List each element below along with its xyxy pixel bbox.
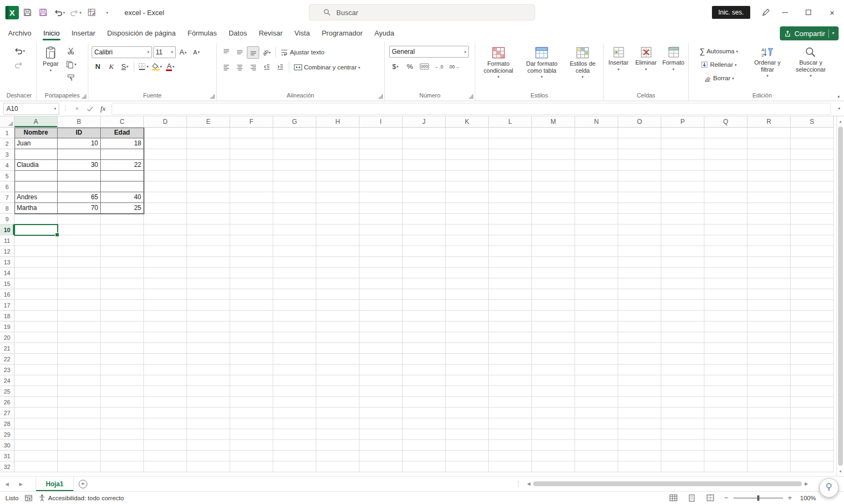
cell-P8[interactable] — [661, 203, 704, 214]
cell-I15[interactable] — [359, 278, 403, 289]
cell-K29[interactable] — [446, 429, 489, 440]
cell-L26[interactable] — [489, 397, 532, 408]
cell-H25[interactable] — [316, 386, 359, 397]
tab-revisar[interactable]: Revisar — [253, 26, 288, 42]
cell-C31[interactable] — [101, 451, 144, 461]
cell-L11[interactable] — [489, 235, 532, 246]
cell-R28[interactable] — [748, 418, 791, 429]
cell-H26[interactable] — [316, 397, 359, 408]
cell-I22[interactable] — [359, 354, 403, 365]
italic-button[interactable]: K — [105, 60, 117, 73]
cell-A28[interactable] — [15, 418, 58, 429]
row-header-22[interactable]: 22 — [0, 354, 15, 365]
cell-R20[interactable] — [748, 332, 791, 343]
cell-S3[interactable] — [791, 149, 834, 160]
excel-logo-icon[interactable]: X — [5, 6, 19, 19]
cell-J23[interactable] — [403, 365, 446, 375]
ribbon-undo-button[interactable]: ▾ — [12, 45, 26, 57]
zoom-in-button[interactable]: + — [786, 494, 794, 502]
cell-C13[interactable] — [101, 257, 144, 268]
borders-button[interactable]: ▾ — [137, 60, 150, 73]
underline-button[interactable]: S▾ — [119, 60, 131, 73]
cell-C11[interactable] — [101, 235, 144, 246]
cell-E22[interactable] — [187, 354, 230, 365]
cell-F6[interactable] — [230, 181, 273, 192]
cell-B10[interactable] — [58, 225, 101, 235]
collapse-ribbon-button[interactable]: ▴ — [838, 94, 840, 99]
cell-S21[interactable] — [791, 343, 834, 354]
cell-H27[interactable] — [316, 408, 359, 418]
cell-K25[interactable] — [446, 386, 489, 397]
cell-O5[interactable] — [618, 171, 661, 181]
cell-Q13[interactable] — [704, 257, 748, 268]
cell-B7[interactable]: 65 — [58, 192, 101, 203]
cell-P27[interactable] — [661, 408, 704, 418]
cell-M23[interactable] — [532, 365, 575, 375]
cell-O17[interactable] — [618, 300, 661, 311]
cell-G8[interactable] — [273, 203, 316, 214]
row-header-8[interactable]: 8 — [0, 203, 15, 214]
cell-E10[interactable] — [187, 225, 230, 235]
cell-H31[interactable] — [316, 451, 359, 461]
cell-N3[interactable] — [575, 149, 618, 160]
cell-G15[interactable] — [273, 278, 316, 289]
cell-I10[interactable] — [359, 225, 403, 235]
cell-H3[interactable] — [316, 149, 359, 160]
cell-G4[interactable] — [273, 160, 316, 171]
cell-A29[interactable] — [15, 429, 58, 440]
cell-R15[interactable] — [748, 278, 791, 289]
cell-I13[interactable] — [359, 257, 403, 268]
cell-A3[interactable] — [15, 149, 58, 160]
decrease-font-size-button[interactable]: A▾ — [190, 46, 203, 58]
cell-F22[interactable] — [230, 354, 273, 365]
cell-N19[interactable] — [575, 321, 618, 332]
cell-O15[interactable] — [618, 278, 661, 289]
cell-R31[interactable] — [748, 451, 791, 461]
cell-I4[interactable] — [359, 160, 403, 171]
expand-formula-bar-button[interactable]: ▾ — [834, 106, 844, 111]
cell-R8[interactable] — [748, 203, 791, 214]
cell-Q24[interactable] — [704, 375, 748, 386]
cell-Q27[interactable] — [704, 408, 748, 418]
row-header-11[interactable]: 11 — [0, 235, 15, 246]
cell-E5[interactable] — [187, 171, 230, 181]
cell-C22[interactable] — [101, 354, 144, 365]
find-select-button[interactable]: Buscar y seleccionar ▾ — [788, 45, 833, 89]
cell-I7[interactable] — [359, 192, 403, 203]
cell-N23[interactable] — [575, 365, 618, 375]
cell-K10[interactable] — [446, 225, 489, 235]
cell-C5[interactable] — [101, 171, 144, 181]
cell-L1[interactable] — [489, 128, 532, 138]
cell-G27[interactable] — [273, 408, 316, 418]
cell-D20[interactable] — [144, 332, 187, 343]
accessibility-checker-button[interactable]: Accesibilidad: todo correcto — [39, 494, 124, 501]
assistant-bubble[interactable] — [819, 478, 839, 498]
cell-E1[interactable] — [187, 128, 230, 138]
cell-Q9[interactable] — [704, 214, 748, 225]
cell-G20[interactable] — [273, 332, 316, 343]
cell-H22[interactable] — [316, 354, 359, 365]
row-header-2[interactable]: 2 — [0, 138, 15, 149]
cell-C32[interactable] — [101, 461, 144, 472]
cell-B11[interactable] — [58, 235, 101, 246]
cell-R22[interactable] — [748, 354, 791, 365]
cell-K7[interactable] — [446, 192, 489, 203]
cell-H13[interactable] — [316, 257, 359, 268]
cell-D10[interactable] — [144, 225, 187, 235]
cell-O11[interactable] — [618, 235, 661, 246]
cell-S14[interactable] — [791, 268, 834, 278]
cell-F29[interactable] — [230, 429, 273, 440]
cell-C6[interactable] — [101, 181, 144, 192]
row-header-15[interactable]: 15 — [0, 278, 15, 289]
cell-C18[interactable] — [101, 311, 144, 321]
cell-C29[interactable] — [101, 429, 144, 440]
cell-J29[interactable] — [403, 429, 446, 440]
cell-I20[interactable] — [359, 332, 403, 343]
cell-N18[interactable] — [575, 311, 618, 321]
cell-L16[interactable] — [489, 289, 532, 300]
cell-A15[interactable] — [15, 278, 58, 289]
cell-L20[interactable] — [489, 332, 532, 343]
cell-F12[interactable] — [230, 246, 273, 257]
cell-Q22[interactable] — [704, 354, 748, 365]
cell-I31[interactable] — [359, 451, 403, 461]
